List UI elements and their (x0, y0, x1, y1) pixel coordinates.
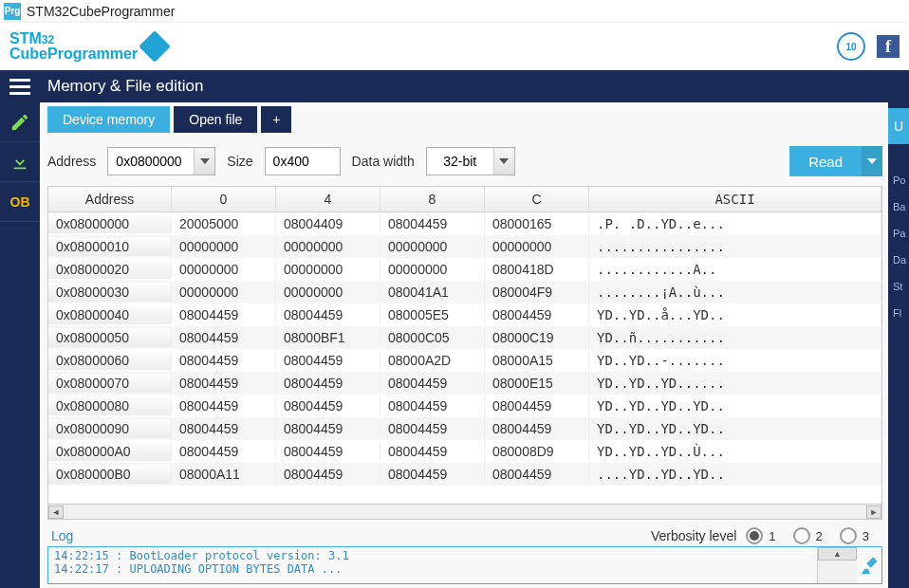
scroll-right-button[interactable]: ► (866, 505, 881, 519)
section-bar: Memory & File edition (0, 70, 909, 102)
cell-hex[interactable]: 08004459 (172, 305, 276, 324)
cell-hex[interactable]: 08000C19 (485, 328, 589, 347)
table-row[interactable]: 0x080000B008000A110800445908004459080044… (48, 463, 881, 486)
cell-hex[interactable]: 00000000 (276, 260, 380, 279)
tab-open-file[interactable]: Open file (174, 106, 257, 133)
cell-hex[interactable]: 08004459 (485, 396, 589, 415)
cell-hex[interactable]: 08004459 (485, 419, 589, 438)
read-button[interactable]: Read (789, 146, 882, 176)
download-icon (9, 152, 30, 173)
cell-hex[interactable]: 00000000 (172, 260, 276, 279)
horizontal-scrollbar[interactable]: ◄ ► (48, 504, 881, 519)
cell-hex[interactable]: 08000A2D (380, 351, 485, 370)
cell-hex[interactable]: 00000000 (172, 237, 276, 256)
cell-hex[interactable]: 00000000 (485, 237, 589, 256)
scroll-up-button[interactable]: ▲ (818, 547, 857, 560)
right-panel-tab[interactable]: U (888, 108, 909, 144)
cell-hex[interactable]: 08004459 (380, 419, 485, 438)
table-row[interactable]: 0x08000020000000000000000000000000080041… (48, 258, 881, 281)
facebook-icon[interactable]: f (877, 35, 900, 58)
cell-hex[interactable]: 00000000 (380, 260, 485, 279)
log-text[interactable]: 14:22:15 : BootLoader protocol version: … (48, 547, 817, 583)
download-button[interactable] (0, 142, 40, 182)
cell-hex[interactable]: 08004459 (276, 442, 380, 461)
option-bytes-button[interactable]: OB (0, 182, 40, 222)
verbosity-radio-3[interactable]: 3 (840, 527, 869, 544)
edit-button[interactable] (0, 102, 40, 142)
hamburger-icon[interactable] (0, 70, 40, 102)
verbosity-radio-2[interactable]: 2 (793, 527, 823, 544)
cell-hex[interactable]: 08004459 (172, 351, 276, 370)
col-4[interactable]: 4 (276, 187, 380, 211)
col-address[interactable]: Address (48, 187, 172, 211)
grid-body[interactable]: 0x08000000200050000800440908004459080001… (48, 212, 881, 504)
cell-hex[interactable]: 080004F9 (485, 283, 589, 302)
cell-hex[interactable]: 08004459 (276, 374, 380, 393)
cell-hex[interactable]: 00000000 (380, 237, 485, 256)
table-row[interactable]: 0x080000A0080044590800445908004459080008… (48, 440, 881, 463)
cell-hex[interactable]: 08004459 (380, 396, 485, 415)
verbosity-radios: 123 (746, 527, 869, 544)
cell-hex[interactable]: 08004459 (172, 442, 276, 461)
cell-hex[interactable]: 08000BF1 (276, 328, 380, 347)
cell-hex[interactable]: 08000A11 (172, 465, 276, 484)
address-input[interactable] (108, 150, 194, 173)
cell-hex[interactable]: 00000000 (276, 237, 380, 256)
size-input[interactable] (265, 147, 341, 175)
table-row[interactable]: 0x08000060080044590800445908000A2D08000A… (48, 349, 881, 372)
cell-hex[interactable]: 00000000 (276, 283, 380, 302)
datawidth-combo[interactable] (426, 147, 515, 175)
cell-hex[interactable]: 08004459 (276, 351, 380, 370)
cell-hex[interactable]: 080005E5 (380, 305, 485, 324)
table-row[interactable]: 0x080000400800445908004459080005E5080044… (48, 303, 881, 326)
cell-hex[interactable]: 08004459 (172, 419, 276, 438)
tab-add[interactable]: + (261, 106, 291, 133)
cell-hex[interactable]: 0800418D (485, 260, 589, 279)
col-c[interactable]: C (485, 187, 589, 211)
cell-hex[interactable]: 08000A15 (485, 351, 589, 370)
address-dropdown-arrow[interactable] (194, 148, 214, 175)
table-row[interactable]: 0x08000010000000000000000000000000000000… (48, 235, 881, 258)
cell-hex[interactable]: 08004459 (276, 465, 380, 484)
cell-hex[interactable]: 08004459 (276, 419, 380, 438)
datawidth-value[interactable] (427, 150, 493, 173)
table-row[interactable]: 0x080000300000000000000000080041A1080004… (48, 281, 881, 303)
cell-hex[interactable]: 08004409 (276, 214, 380, 233)
table-row[interactable]: 0x080000500800445908000BF108000C0508000C… (48, 326, 881, 349)
cell-hex[interactable]: 08004459 (380, 442, 485, 461)
cell-hex[interactable]: 08000165 (485, 214, 589, 233)
cell-hex[interactable]: 08004459 (380, 465, 485, 484)
table-row[interactable]: 0x08000090080044590800445908004459080044… (48, 417, 881, 440)
verbosity-radio-1[interactable]: 1 (746, 527, 775, 544)
cell-hex[interactable]: 08004459 (485, 305, 589, 324)
cell-hex[interactable]: 08004459 (172, 396, 276, 415)
cell-hex[interactable]: 08004459 (485, 465, 589, 484)
cell-hex[interactable]: 08000E15 (485, 374, 589, 393)
cell-hex[interactable]: 08000C05 (380, 328, 485, 347)
cell-hex[interactable]: 080041A1 (380, 283, 485, 302)
address-combo[interactable] (107, 147, 215, 175)
cell-address: 0x08000040 (48, 305, 172, 324)
cell-hex[interactable]: 080008D9 (485, 442, 589, 461)
log-scrollbar[interactable]: ▲ (817, 547, 857, 583)
col-ascii[interactable]: ASCII (589, 187, 881, 211)
cell-hex[interactable]: 08004459 (172, 328, 276, 347)
cell-hex[interactable]: 08004459 (380, 214, 485, 233)
scroll-left-button[interactable]: ◄ (48, 505, 64, 519)
clear-log-button[interactable] (857, 547, 881, 583)
col-0[interactable]: 0 (172, 187, 276, 211)
cell-ascii: ........¡A..ù... (589, 283, 881, 302)
read-dropdown-arrow[interactable] (862, 146, 882, 176)
col-8[interactable]: 8 (380, 187, 485, 211)
datawidth-dropdown-arrow[interactable] (493, 148, 514, 175)
tab-device-memory[interactable]: Device memory (47, 106, 170, 133)
cell-hex[interactable]: 08004459 (276, 305, 380, 324)
cell-hex[interactable]: 20005000 (172, 214, 276, 233)
cell-hex[interactable]: 08004459 (380, 374, 485, 393)
cell-hex[interactable]: 08004459 (172, 374, 276, 393)
cell-hex[interactable]: 08004459 (276, 396, 380, 415)
table-row[interactable]: 0x08000000200050000800440908004459080001… (48, 212, 881, 235)
cell-hex[interactable]: 00000000 (172, 283, 276, 302)
table-row[interactable]: 0x08000080080044590800445908004459080044… (48, 395, 881, 417)
table-row[interactable]: 0x0800007008004459080044590800445908000E… (48, 372, 881, 395)
